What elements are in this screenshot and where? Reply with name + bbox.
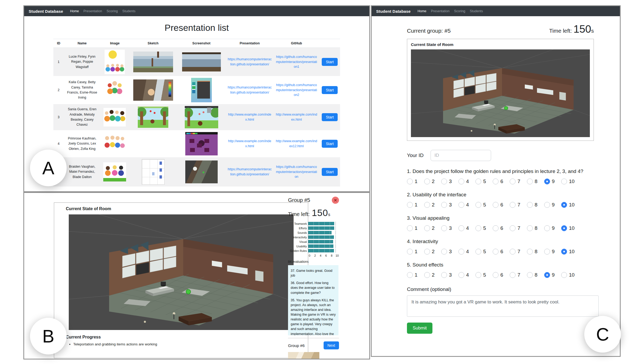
nav-item-students[interactable]: Students	[122, 9, 135, 13]
radio-option-1[interactable]: 1	[407, 202, 418, 208]
radio-icon[interactable]	[407, 272, 413, 278]
radio-icon[interactable]	[561, 179, 567, 184]
navbar-brand[interactable]: Student Database	[29, 9, 63, 14]
radio-option-5[interactable]: 5	[475, 249, 486, 255]
radio-selected-icon[interactable]	[544, 272, 550, 278]
radio-icon[interactable]	[544, 249, 550, 255]
start-button[interactable]: Start	[322, 113, 338, 121]
radio-option-3[interactable]: 3	[441, 225, 452, 231]
start-button[interactable]: Start	[322, 140, 338, 148]
radio-option-5[interactable]: 5	[475, 179, 486, 184]
radio-option-10[interactable]: 10	[561, 179, 574, 184]
radio-option-6[interactable]: 6	[493, 179, 503, 184]
id-input[interactable]	[431, 150, 491, 161]
radio-option-2[interactable]: 2	[424, 249, 435, 255]
radio-option-9[interactable]: 9	[544, 225, 555, 231]
radio-option-6[interactable]: 6	[493, 225, 503, 231]
radio-option-8[interactable]: 8	[527, 202, 538, 208]
github-link[interactable]: http://www.example.com/index12.html	[273, 130, 320, 157]
radio-option-4[interactable]: 4	[458, 179, 469, 184]
github-link[interactable]: https://github.com/humancomputerinteract…	[273, 76, 320, 104]
radio-icon[interactable]	[424, 179, 430, 184]
radio-icon[interactable]	[561, 272, 567, 278]
radio-selected-icon[interactable]	[561, 225, 567, 231]
presentation-link[interactable]: https://humancomputerinteraction.github.…	[226, 76, 273, 104]
radio-icon[interactable]	[407, 202, 413, 208]
radio-option-10[interactable]: 10	[561, 202, 574, 208]
radio-selected-icon[interactable]	[561, 249, 567, 255]
radio-icon[interactable]	[493, 272, 499, 278]
radio-icon[interactable]	[458, 249, 464, 255]
radio-icon[interactable]	[493, 179, 499, 184]
radio-icon[interactable]	[407, 249, 413, 255]
nav-item-scoring[interactable]: Scoring	[454, 9, 465, 13]
radio-option-3[interactable]: 3	[441, 249, 452, 255]
radio-icon[interactable]	[441, 249, 447, 255]
close-icon[interactable]: ✕	[332, 197, 339, 204]
radio-icon[interactable]	[475, 225, 481, 231]
radio-selected-icon[interactable]	[544, 179, 550, 184]
radio-icon[interactable]	[510, 179, 516, 184]
radio-option-1[interactable]: 1	[407, 225, 418, 231]
radio-icon[interactable]	[527, 249, 533, 255]
github-link[interactable]: http://www.example.com/index.html	[273, 104, 320, 130]
radio-icon[interactable]	[527, 179, 533, 184]
radio-icon[interactable]	[441, 225, 447, 231]
radio-icon[interactable]	[510, 249, 516, 255]
radio-option-10[interactable]: 10	[561, 272, 574, 278]
presentation-link[interactable]: http://www.example.com/index.html	[226, 130, 273, 157]
radio-icon[interactable]	[458, 202, 464, 208]
radio-icon[interactable]	[458, 272, 464, 278]
comments-list[interactable]: 37. Game looks great. Good job36. Good e…	[288, 265, 338, 335]
radio-icon[interactable]	[424, 202, 430, 208]
radio-option-8[interactable]: 8	[527, 179, 538, 184]
radio-icon[interactable]	[527, 225, 533, 231]
radio-icon[interactable]	[527, 202, 533, 208]
radio-option-7[interactable]: 7	[510, 202, 520, 208]
radio-option-4[interactable]: 4	[458, 249, 469, 255]
radio-icon[interactable]	[424, 225, 430, 231]
radio-option-9[interactable]: 9	[544, 179, 555, 184]
radio-icon[interactable]	[407, 179, 413, 184]
radio-option-8[interactable]: 8	[527, 272, 538, 278]
radio-option-7[interactable]: 7	[510, 272, 520, 278]
radio-option-6[interactable]: 6	[493, 249, 503, 255]
presentation-link[interactable]: https://humancomputerinteraction.github.…	[226, 48, 273, 76]
radio-icon[interactable]	[407, 225, 413, 231]
radio-option-3[interactable]: 3	[441, 202, 452, 208]
radio-icon[interactable]	[544, 225, 550, 231]
radio-option-9[interactable]: 9	[544, 249, 555, 255]
radio-icon[interactable]	[475, 179, 481, 184]
radio-option-8[interactable]: 8	[527, 225, 538, 231]
radio-icon[interactable]	[527, 272, 533, 278]
nav-item-scoring[interactable]: Scoring	[106, 9, 118, 13]
radio-icon[interactable]	[475, 202, 481, 208]
radio-icon[interactable]	[458, 179, 464, 184]
radio-option-4[interactable]: 4	[458, 272, 469, 278]
github-link[interactable]: https://github.com/humancomputerinteract…	[273, 157, 320, 187]
nav-item-presentation[interactable]: Presentation	[431, 9, 449, 13]
radio-option-6[interactable]: 6	[493, 202, 503, 208]
radio-option-8[interactable]: 8	[527, 249, 538, 255]
radio-option-6[interactable]: 6	[493, 272, 503, 278]
radio-option-10[interactable]: 10	[561, 225, 574, 231]
radio-option-9[interactable]: 9	[544, 202, 555, 208]
presentation-link[interactable]: https://humancomputerinteraction.github.…	[226, 157, 273, 187]
radio-icon[interactable]	[441, 202, 447, 208]
start-button[interactable]: Start	[322, 86, 338, 94]
nav-item-presentation[interactable]: Presentation	[83, 9, 102, 13]
radio-icon[interactable]	[475, 272, 481, 278]
start-button[interactable]: Start	[322, 168, 338, 176]
radio-icon[interactable]	[510, 202, 516, 208]
radio-option-1[interactable]: 1	[407, 179, 418, 184]
radio-icon[interactable]	[544, 202, 550, 208]
radio-icon[interactable]	[424, 249, 430, 255]
radio-icon[interactable]	[424, 272, 430, 278]
radio-option-3[interactable]: 3	[441, 179, 452, 184]
radio-option-7[interactable]: 7	[510, 249, 520, 255]
radio-option-5[interactable]: 5	[475, 225, 486, 231]
submit-button[interactable]: Submit	[407, 323, 432, 334]
comment-textarea[interactable]: It is amazing how you got a VR game to w…	[407, 295, 599, 317]
radio-option-1[interactable]: 1	[407, 272, 418, 278]
start-button[interactable]: Start	[322, 58, 338, 66]
